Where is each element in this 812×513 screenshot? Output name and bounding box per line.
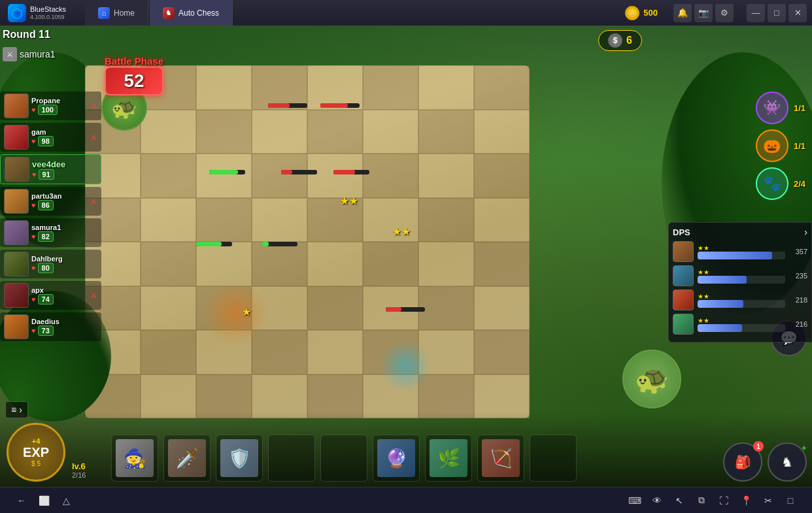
minimize-btn[interactable]: —	[747, 4, 765, 22]
coins-value: 500	[643, 8, 658, 18]
bench-slot-3[interactable]: 🛡️	[216, 435, 263, 482]
bench-slot-2[interactable]: 🗡️	[163, 435, 211, 482]
avatar-daedius	[4, 314, 29, 339]
player-entry-gam[interactable]: gam ♥ 98 ⚔	[0, 123, 101, 152]
player-top-info: ⚔ samura1	[3, 47, 55, 61]
dps-stars-3: ★★	[698, 293, 785, 300]
dps-value-2: 235	[789, 272, 807, 280]
synergy-row-2: 🎃 1/1	[756, 129, 805, 162]
bench-slot-6[interactable]: 🔮	[373, 435, 420, 482]
phase-label: Battle Phase	[105, 56, 163, 67]
right-btn-row: 🎒 1 ♞ +	[723, 442, 807, 482]
name-daedius: Daedius	[31, 318, 97, 325]
player-info-partu3an: partu3an ♥ 86	[31, 192, 88, 210]
dps-expand-arrow[interactable]: ›	[804, 227, 807, 237]
board-cell-0-2	[196, 65, 252, 110]
bench-slot-8[interactable]: 🏹	[477, 435, 524, 482]
board-cell-4-7	[474, 242, 530, 286]
bottom-taskbar: ← ⬜ △ ⌨ 👁 ↖ ⧉ ⛶ 📍 ✂ □	[0, 487, 812, 513]
tab-home[interactable]: ⌂ Home	[85, 0, 148, 25]
board-cell-3-2	[196, 198, 252, 242]
dps-value-1: 357	[789, 248, 807, 256]
synergy-panel: 👾 1/1 🎃 1/1 🐾 2/4	[756, 91, 805, 200]
board-cell-6-6	[418, 330, 474, 374]
dps-bar-wrap-3	[698, 300, 785, 308]
tab-autochess-label: Auto Chess	[178, 8, 219, 18]
board-cell-1-4	[307, 110, 363, 154]
avatar-apx	[4, 283, 29, 308]
dps-row-1: ★★ 357	[673, 241, 807, 262]
avatar-vee4dee	[5, 157, 29, 182]
dps-bar-wrap-4	[698, 324, 785, 332]
dps-bar-3	[698, 300, 743, 308]
bench-slot-5	[320, 435, 367, 482]
cursor-btn[interactable]: ↖	[671, 492, 688, 509]
notification-btn[interactable]: 🔔	[673, 4, 692, 22]
tab-autochess[interactable]: ♞ Auto Chess	[150, 0, 233, 25]
close-btn[interactable]: ✕	[788, 4, 807, 22]
dps-char-icon-2	[673, 265, 694, 286]
board-cell-1-5	[363, 110, 418, 154]
name-gam: gam	[31, 128, 88, 136]
recents-btn[interactable]: △	[58, 492, 75, 509]
phase-timer: 52	[105, 67, 163, 95]
bench-hero-6: 🔮	[377, 439, 415, 477]
dps-value-4: 216	[789, 320, 807, 328]
settings-btn[interactable]: ⚙	[715, 4, 734, 22]
avatar-dahlberg	[4, 252, 29, 276]
synergy-icon-2[interactable]: 🎃	[756, 129, 788, 162]
camera-btn[interactable]: 📷	[694, 4, 713, 22]
multi-btn[interactable]: ⧉	[693, 492, 710, 509]
board-cell-3-7	[474, 198, 530, 242]
synergy-icon-3[interactable]: 🐾	[756, 167, 788, 200]
keyboard-btn[interactable]: ⌨	[626, 492, 643, 509]
hp-val-vee4dee: 91	[39, 169, 54, 180]
dps-row-4: ★★ 216	[673, 314, 807, 335]
coin-icon: 🪙	[625, 6, 639, 20]
board-cell-2-1	[141, 154, 196, 198]
game-area: Round 11 ⚔ samura1 Battle Phase 52 $ 6 👾…	[0, 26, 812, 487]
heart-icon-0: ♥	[31, 106, 36, 114]
player-entry-propane[interactable]: Propane ♥ 100 ⚔	[0, 91, 101, 120]
maximize-btn[interactable]: □	[768, 4, 786, 22]
scissor-btn[interactable]: ✂	[760, 492, 777, 509]
player-entry-daedius[interactable]: Daedius ♥ 73	[0, 312, 101, 341]
synergy-icon-1[interactable]: 👾	[756, 91, 788, 124]
bench-slot-7[interactable]: 🌿	[425, 435, 472, 482]
hp-val-apx: 74	[38, 294, 54, 305]
player-entry-vee4dee[interactable]: vee4dee ♥ 91	[0, 154, 101, 184]
dps-bar-wrap-1	[698, 252, 785, 259]
avatar-partu3an	[4, 189, 29, 214]
dollar-icon: $	[608, 33, 622, 48]
player-entry-dahlberg[interactable]: Dahlberg ♥ 80	[0, 250, 101, 278]
fullscreen-btn[interactable]: ⛶	[715, 492, 732, 509]
dps-info-1: ★★	[698, 244, 785, 259]
share-btn[interactable]: □	[782, 492, 799, 509]
player-entry-partu3an[interactable]: partu3an ♥ 86 ⚔	[0, 187, 101, 216]
hero-bench: 🧙 🗡️ 🛡️ 🔮 🌿 🏹	[111, 435, 681, 482]
skull-1: ⚔	[90, 133, 97, 142]
dps-bar-4	[698, 324, 742, 332]
game-right-buttons: 🎒 1 ♞ +	[723, 442, 807, 482]
exp-button[interactable]: +4 EXP $ 5	[7, 423, 65, 482]
synergy-count-3: 2/4	[794, 179, 805, 189]
player-entry-samura1[interactable]: samura1 ♥ 82	[0, 218, 101, 247]
back-btn[interactable]: ←	[13, 492, 30, 509]
bench-slot-1[interactable]: 🧙	[111, 435, 158, 482]
hp-val-dahlberg: 80	[38, 263, 54, 273]
board-cell-4-3	[252, 242, 307, 286]
player-info-propane: Propane ♥ 100	[31, 97, 88, 115]
chess-button[interactable]: ♞ +	[768, 442, 807, 482]
eye-btn[interactable]: 👁	[649, 492, 666, 509]
location-btn[interactable]: 📍	[737, 492, 754, 509]
board-cell-4-1	[141, 242, 196, 286]
menu-toggle[interactable]: ≡ ›	[5, 401, 28, 418]
hp-gam: ♥ 98	[31, 136, 88, 146]
bag-button[interactable]: 🎒 1	[723, 442, 762, 482]
home-tab-icon: ⌂	[98, 7, 110, 19]
home-btn[interactable]: ⬜	[35, 492, 52, 509]
board-cell-3-1	[141, 198, 196, 242]
player-entry-apx[interactable]: apx ♥ 74 ⚔	[0, 281, 101, 310]
bench-hero-2: 🗡️	[168, 439, 206, 477]
board-cell-6-2	[196, 330, 252, 374]
